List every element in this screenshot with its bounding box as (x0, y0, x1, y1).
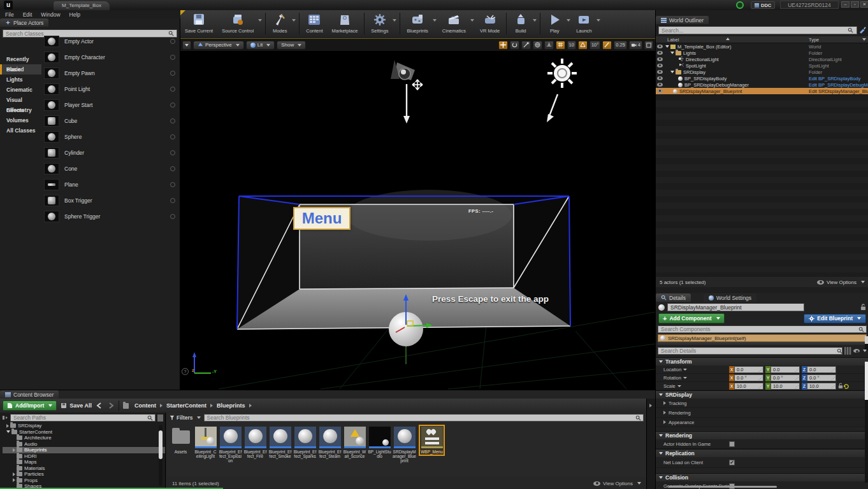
table-row-selected[interactable]: SRDisplayManager_BlueprintEdit SRDisplay… (656, 88, 868, 94)
modes-button[interactable]: Modes (268, 10, 292, 38)
ddc-button[interactable]: DDC (751, 1, 775, 9)
list-item[interactable]: Point Light (41, 81, 180, 97)
rotation-z-field[interactable]: 0.0 ° (807, 374, 836, 381)
category-all-classes[interactable]: All Classes (0, 125, 41, 136)
sources-toggle-icon[interactable] (2, 415, 8, 421)
chevron-down-icon[interactable] (292, 19, 296, 22)
list-item[interactable]: Empty Character (41, 49, 180, 65)
source-control-button[interactable]: Source Control (217, 10, 258, 38)
grid-snap-toggle[interactable] (556, 41, 565, 50)
restore-button[interactable]: ▫ (851, 1, 859, 8)
tree-scrollbar[interactable] (159, 425, 163, 486)
chevron-down-icon[interactable] (258, 19, 262, 22)
section-srdisplay[interactable]: SRDisplay (656, 390, 868, 399)
component-self-row[interactable]: SRDisplayManager_Blueprint(self) (658, 334, 867, 342)
table-row[interactable]: SpotLightSpotLight (656, 62, 868, 69)
blueprints-button[interactable]: Blueprints (402, 10, 432, 38)
details-scrollbar[interactable] (865, 362, 868, 483)
list-item[interactable]: Box Trigger (41, 192, 180, 208)
save-current-button[interactable]: Save Current (180, 10, 217, 38)
asset-folder-assets[interactable]: Assets (169, 427, 192, 454)
asset-item[interactable]: Blueprint_Effect_Explosion (219, 427, 242, 463)
chevron-down-icon[interactable] (533, 19, 537, 22)
table-row[interactable]: BP_SRDisplayBodyEdit BP_SRDisplayBody (656, 75, 868, 82)
list-item[interactable]: Cone (41, 160, 180, 176)
reset-icon[interactable] (843, 383, 849, 389)
category-lights[interactable]: Lights (0, 74, 41, 85)
section-transform[interactable]: Transform (656, 357, 868, 365)
content-browser-tab[interactable]: Content Browser (0, 390, 59, 399)
minimize-button[interactable]: – (841, 1, 850, 8)
label-column-header[interactable]: Label (667, 37, 679, 43)
folder-maps[interactable]: Maps (3, 459, 165, 465)
filters-button[interactable]: Filters (170, 415, 201, 421)
level-tab[interactable]: M_Template_Box (54, 1, 110, 10)
tab-details[interactable]: Details (656, 294, 691, 302)
spotlight-actor[interactable] (391, 60, 423, 124)
folder-audio[interactable]: Audio (3, 441, 165, 448)
menu-window[interactable]: Window (41, 11, 60, 18)
help-icon[interactable]: ? (182, 368, 189, 375)
world-outliner-tab[interactable]: World Outliner (656, 16, 709, 24)
cinematics-button[interactable]: Cinematics (438, 10, 470, 38)
visibility-eye-icon[interactable] (657, 64, 663, 67)
close-button[interactable]: ✕ (860, 1, 868, 8)
scale-snap-toggle[interactable] (602, 41, 612, 50)
add-import-button[interactable]: Add/Import (3, 400, 57, 411)
category-volumes[interactable]: Volumes (0, 115, 41, 125)
chevron-down-icon[interactable] (567, 19, 570, 22)
list-item[interactable]: Empty Pawn (41, 65, 180, 81)
perspective-button[interactable]: Perspective (193, 41, 244, 50)
camera-speed-button[interactable]: 4 (629, 41, 642, 50)
collections-sliver[interactable] (646, 399, 655, 489)
grid-snap-value[interactable]: 10 (567, 41, 576, 50)
folder-props[interactable]: Props (3, 478, 165, 484)
asset-item[interactable]: Blueprint_Effect_Fire (243, 427, 267, 458)
maximize-viewport-button[interactable] (644, 41, 653, 50)
asset-item[interactable]: Blueprint_Effect_Steam (318, 427, 342, 458)
asset-item[interactable]: Blueprint_CeilingLight (194, 427, 217, 458)
breadcrumb-blueprints[interactable]: Blueprints (217, 402, 245, 409)
menu-edit[interactable]: Edit (23, 11, 33, 18)
chevron-down-icon[interactable] (470, 19, 474, 22)
search-components-input[interactable] (658, 325, 867, 333)
chevron-down-icon[interactable] (433, 19, 437, 22)
visibility-eye-icon[interactable] (657, 57, 663, 61)
rotation-y-field[interactable]: 0.0 ° (770, 374, 800, 381)
type-column-header[interactable]: Type (809, 37, 819, 43)
show-button[interactable]: Show (277, 41, 306, 50)
location-x-field[interactable]: 0.0 (734, 366, 763, 373)
rotation-snap-value[interactable]: 10° (590, 41, 600, 50)
play-button[interactable]: Play (542, 10, 567, 38)
asset-item[interactable]: BP_LightStudio (368, 427, 391, 458)
build-button[interactable]: Build (509, 10, 533, 38)
section-collision[interactable]: Collision (656, 473, 868, 481)
visibility-eye-icon[interactable] (657, 83, 663, 87)
list-item[interactable]: Sphere (41, 129, 180, 145)
world-space-button[interactable] (533, 41, 542, 50)
chevron-down-icon[interactable] (393, 19, 396, 22)
outliner-settings-icon[interactable] (859, 27, 866, 34)
place-actors-tab[interactable]: Place Actors (0, 18, 48, 27)
list-item[interactable]: Empty Actor (41, 33, 180, 49)
scene-3d[interactable] (180, 51, 655, 390)
category-recently-placed[interactable]: Recently Placed (0, 54, 41, 64)
scale-y-field[interactable]: 10.0 (770, 383, 800, 390)
table-row[interactable]: M_Template_Box (Editor)World (656, 43, 868, 50)
section-rendering[interactable]: Rendering (656, 431, 868, 439)
visibility-eye-icon[interactable] (657, 45, 663, 48)
folder-blueprints[interactable]: Blueprints (3, 447, 165, 453)
category-geometry[interactable]: Geometry (0, 105, 41, 115)
table-row[interactable]: LightsFolder (656, 50, 868, 56)
rotate-tool-button[interactable] (510, 41, 519, 50)
table-row[interactable]: BP_SRDisplayDebugManagerEdit BP_SRDispla… (656, 82, 868, 88)
add-component-button[interactable]: +Add Component (658, 313, 725, 323)
list-view-icon[interactable] (157, 415, 163, 422)
breadcrumb-startercontent[interactable]: StarterContent (166, 402, 206, 409)
list-item[interactable]: Plane (41, 176, 180, 192)
location-z-field[interactable]: 0.0 (807, 366, 836, 373)
content-button[interactable]: Content (301, 10, 327, 38)
table-row[interactable]: SRDisplayFolder (656, 69, 868, 75)
launch-button[interactable]: Launch (572, 10, 597, 38)
edit-blueprint-button[interactable]: Edit Blueprint (804, 314, 866, 323)
